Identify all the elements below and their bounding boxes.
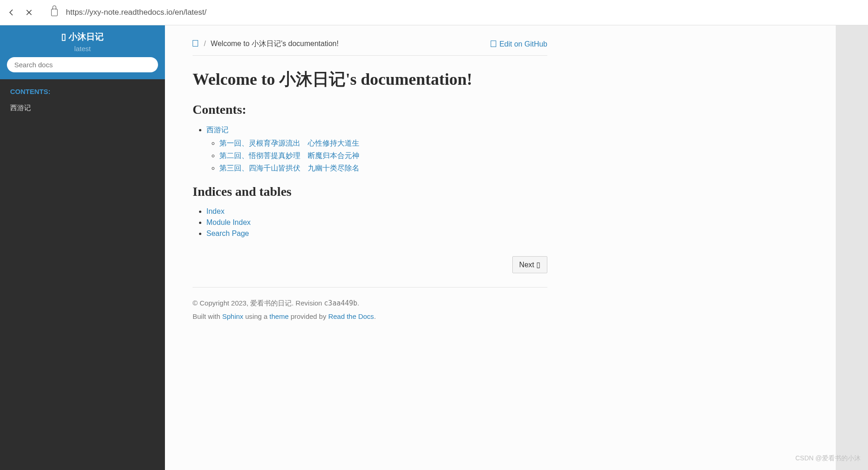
breadcrumb-home[interactable] [193, 40, 199, 47]
module-index-link[interactable]: Module Index [206, 218, 251, 226]
content-area: / Welcome to 小沐日记's documentation! Edit … [165, 25, 868, 470]
footer-rule [193, 287, 547, 288]
toc-link-ch2[interactable]: 第二回、悟彻菩提真妙理 断魔归本合元神 [219, 152, 359, 159]
sidebar-header: ▯ 小沐日记 latest [0, 25, 165, 79]
toc-link-parent[interactable]: 西游记 [206, 126, 229, 134]
rtd-link[interactable]: Read the Docs [328, 312, 374, 320]
next-button[interactable]: Next ▯ [512, 256, 547, 273]
search-page-link[interactable]: Search Page [206, 229, 249, 237]
search-input[interactable] [7, 57, 158, 72]
browser-address-bar: https://yxy-note.readthedocs.io/en/lates… [0, 0, 868, 25]
toc-list: 西游记 第一回、灵根育孕源流出 心性修持大道生 第二回、悟彻菩提真妙理 断魔归本… [193, 125, 547, 173]
home-icon: ▯ [61, 32, 68, 41]
breadcrumb-row: / Welcome to 小沐日记's documentation! Edit … [193, 39, 547, 56]
toc-link-ch3[interactable]: 第三回、四海千山皆拱伏 九幽十类尽除名 [219, 164, 359, 172]
site-title[interactable]: ▯ 小沐日记 [7, 31, 158, 43]
index-link[interactable]: Index [206, 207, 224, 215]
sidebar-item-xiyouji[interactable]: 西游记 [0, 100, 165, 116]
watermark: CSDN @爱看书的小沐 [795, 454, 861, 463]
back-button[interactable] [7, 8, 16, 17]
breadcrumb: / Welcome to 小沐日记's documentation! [193, 39, 339, 49]
edit-on-github-link[interactable]: Edit on GitHub [491, 40, 547, 48]
revision-hash: c3aa449b [324, 299, 357, 307]
sphinx-link[interactable]: Sphinx [222, 312, 243, 320]
right-gutter [836, 25, 868, 470]
indices-list: Index Module Index Search Page [193, 207, 547, 238]
footer: © Copyright 2023, 爱看书的日记. Revision c3aa4… [193, 297, 547, 323]
github-icon [491, 41, 496, 47]
indices-heading: Indices and tables [193, 184, 547, 199]
stop-reload-button[interactable] [24, 8, 34, 17]
theme-link[interactable]: theme [270, 312, 289, 320]
contents-heading: Contents: [193, 102, 547, 117]
breadcrumb-current: Welcome to 小沐日记's documentation! [211, 40, 339, 47]
lock-icon [51, 9, 58, 16]
url-text[interactable]: https://yxy-note.readthedocs.io/en/lates… [66, 8, 206, 17]
home-icon [193, 40, 198, 47]
nav-footer: Next ▯ [193, 256, 547, 273]
version-label: latest [7, 45, 158, 53]
sidebar-caption: CONTENTS: [0, 79, 165, 100]
page-title: Welcome to 小沐日记's documentation! [193, 70, 547, 89]
toc-link-ch1[interactable]: 第一回、灵根育孕源流出 心性修持大道生 [219, 139, 359, 147]
sidebar: ▯ 小沐日记 latest CONTENTS: 西游记 [0, 25, 165, 470]
